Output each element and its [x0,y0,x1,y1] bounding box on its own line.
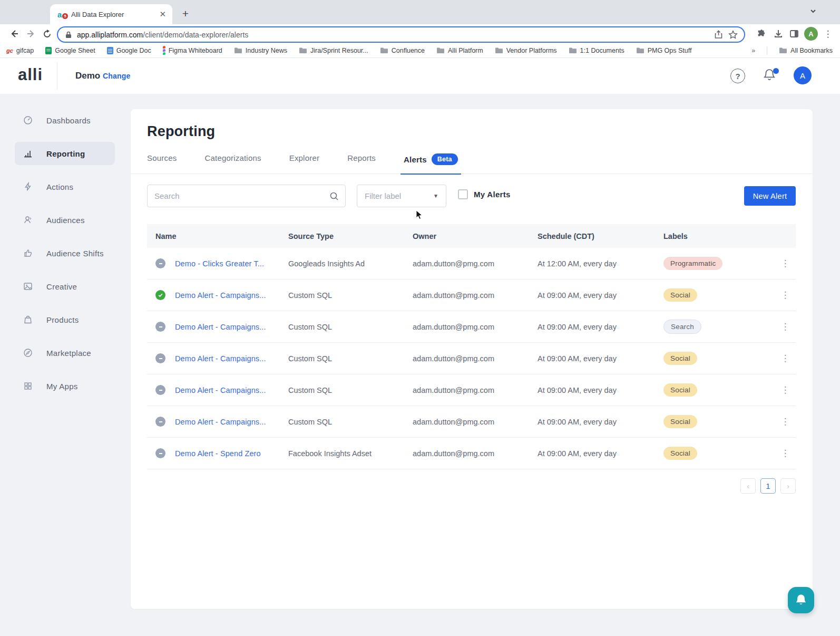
browser-toolbar: app.alliplatform.com/client/demo/data-ex… [0,24,840,44]
bookmark-folder-11-documents[interactable]: 1:1 Documents [569,47,624,54]
browser-tab[interactable]: a 5 Alli Data Explorer ✕ [50,4,172,24]
row-menu-icon[interactable]: ⋮ [775,353,796,364]
help-icon[interactable]: ? [730,69,745,83]
alert-name-link[interactable]: Demo Alert - Spend Zero [175,449,261,458]
bookmarks-overflow-chevron[interactable]: » [751,47,755,54]
reporting-tabs: Sources Categorizations Explorer Reports… [147,153,813,174]
label-pill: Social [663,352,697,365]
url-bar[interactable]: app.alliplatform.com/client/demo/data-ex… [57,26,745,43]
bell-icon [795,593,807,607]
bookmark-folder-alli-platform[interactable]: Alli Platform [436,47,483,54]
alert-name-link[interactable]: Demo Alert - Campaigns... [175,418,266,426]
user-avatar[interactable]: A [794,66,812,84]
bookmark-google-sheet[interactable]: Google Sheet [45,47,95,54]
alli-logo[interactable]: alli [18,65,43,84]
tab-search-chevron-icon[interactable] [809,7,817,17]
bookmark-star-icon[interactable] [728,30,738,40]
pagination-prev-button[interactable]: ‹ [740,478,756,494]
sidebar-item-actions[interactable]: Actions [15,175,115,198]
search-input[interactable] [154,191,329,200]
reload-icon[interactable] [39,26,55,42]
row-menu-icon[interactable]: ⋮ [775,321,796,332]
label-pill: Social [663,383,697,397]
source-type-cell: Custom SQL [288,291,413,300]
beta-badge: Beta [432,153,458,165]
bookmark-folder-jira[interactable]: Jira/Sprint Resour... [299,47,368,54]
bookmark-figma[interactable]: Figma Whiteboard [163,46,222,55]
tab-sources[interactable]: Sources [147,153,177,172]
new-alert-button[interactable]: New Alert [744,186,796,206]
bookmark-folder-industry-news[interactable]: Industry News [234,47,287,54]
sidebar-item-reporting[interactable]: Reporting [15,142,115,165]
owner-cell: adam.dutton@pmg.com [413,354,538,363]
sidebar-item-my-apps[interactable]: My Apps [15,374,115,398]
sidebar-item-marketplace[interactable]: Marketplace [15,341,115,364]
filter-label-dropdown[interactable]: Filter label ▼ [357,185,446,207]
forward-icon[interactable] [23,26,39,42]
change-client-link[interactable]: Change [103,72,131,80]
alert-name-link[interactable]: Demo Alert - Campaigns... [175,291,266,300]
bookmark-google-doc[interactable]: Google Doc [107,47,151,54]
sidebar-item-dashboards[interactable]: Dashboards [15,109,115,132]
new-tab-button[interactable]: + [178,6,193,21]
sidebar-item-products[interactable]: Products [15,308,115,331]
folder-icon [299,47,307,54]
alert-name-link[interactable]: Demo - Clicks Greater T... [175,259,264,268]
all-bookmarks[interactable]: All Bookmarks [779,47,833,54]
download-icon[interactable] [770,26,786,42]
row-menu-icon[interactable]: ⋮ [775,290,796,301]
pagination-page-1[interactable]: 1 [760,478,776,494]
source-type-cell: Custom SQL [288,386,413,394]
bag-icon [23,315,33,324]
my-alerts-checkbox[interactable] [458,189,468,199]
source-type-cell: Googleads Insights Ad [288,259,413,268]
source-type-cell: Custom SQL [288,354,413,363]
share-icon[interactable] [714,30,723,39]
tab-alerts[interactable]: Alerts Beta [404,153,458,175]
label-pill: Search [663,320,701,334]
sidebar-item-audiences[interactable]: Audiences [15,208,115,232]
alert-name-link[interactable]: Demo Alert - Campaigns... [175,323,266,331]
browser-menu-icon[interactable]: ⋮ [820,26,836,42]
label-pill: Social [663,288,697,302]
alert-name-link[interactable]: Demo Alert - Campaigns... [175,386,266,394]
back-icon[interactable] [6,26,22,42]
chat-widget-button[interactable] [788,587,814,613]
row-menu-icon[interactable]: ⋮ [775,416,796,427]
col-labels: Labels [663,232,775,240]
table-row: Demo Alert - Campaigns... Custom SQL ada… [147,343,796,374]
bookmarks-bar: gcgifcap Google Sheet Google Doc Figma W… [0,44,840,58]
tab-categorizations[interactable]: Categorizations [204,153,261,172]
my-alerts-toggle[interactable]: My Alerts [458,189,511,199]
table-header-row: Name Source Type Owner Schedule (CDT) La… [147,224,796,248]
schedule-cell: At 09:00 AM, every day [538,449,663,458]
row-menu-icon[interactable]: ⋮ [775,384,796,396]
figma-icon [163,46,165,55]
extensions-icon[interactable] [754,26,769,42]
row-menu-icon[interactable]: ⋮ [775,258,796,269]
browser-profile-avatar[interactable]: A [803,26,819,42]
table-row: Demo Alert - Spend Zero Facebook Insight… [147,438,796,469]
sidebar-item-creative[interactable]: Creative [15,275,115,298]
tab-reports[interactable]: Reports [347,153,376,172]
bookmark-folder-vendor-platforms[interactable]: Vendor Platforms [495,47,557,54]
tab-explorer[interactable]: Explorer [289,153,319,172]
reporting-icon [23,149,33,158]
main-content-card: Reporting Sources Categorizations Explor… [131,109,813,609]
notifications-bell-icon[interactable] [763,68,779,84]
status-paused-icon [155,353,165,363]
pagination-next-button[interactable]: › [780,478,796,494]
apps-grid-icon [23,381,33,391]
favicon-notification-badge: 5 [62,13,68,19]
alerts-search[interactable] [147,185,346,207]
header-divider [57,62,57,90]
row-menu-icon[interactable]: ⋮ [775,448,796,459]
bookmark-folder-confluence[interactable]: Confluence [380,47,425,54]
tab-close-icon[interactable]: ✕ [158,9,167,19]
bookmark-folder-pmg-ops[interactable]: PMG Ops Stuff [636,47,692,54]
sidebar-item-audience-shifts[interactable]: Audience Shifts [15,242,115,265]
bookmark-gifcap[interactable]: gcgifcap [6,47,34,54]
alert-name-link[interactable]: Demo Alert - Campaigns... [175,354,266,363]
side-panel-icon[interactable] [786,26,802,42]
owner-cell: adam.dutton@pmg.com [413,418,538,426]
